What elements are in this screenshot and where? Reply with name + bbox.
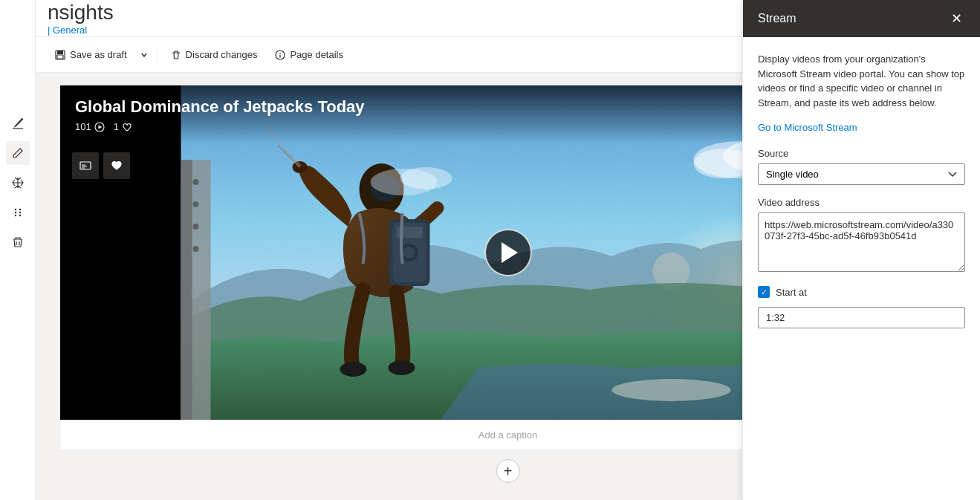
go-to-stream-link[interactable]: Go to Microsoft Stream xyxy=(758,122,965,133)
sidebar-pencil-icon[interactable] xyxy=(6,141,30,165)
site-info: nsights | General xyxy=(48,1,114,36)
views-count: 101 xyxy=(75,121,91,132)
svg-point-1 xyxy=(19,209,20,210)
heart-icon xyxy=(122,122,132,132)
discard-label: Discard changes xyxy=(186,49,258,60)
start-at-input-field xyxy=(758,307,965,328)
like-icon xyxy=(111,160,123,172)
stream-panel: Stream ✕ Display videos from your organi… xyxy=(742,0,980,500)
save-draft-label: Save as draft xyxy=(70,49,127,60)
panel-description: Display videos from your organization's … xyxy=(758,52,965,110)
toolbar-divider-1 xyxy=(157,48,158,62)
start-at-input[interactable] xyxy=(758,307,965,328)
video-address-input[interactable]: https://web.microsoftstream.com/video/a3… xyxy=(758,212,965,272)
checkmark-icon: ✓ xyxy=(761,288,768,297)
video-action-buttons xyxy=(72,152,130,179)
page-details-icon xyxy=(275,50,285,60)
video-views: 101 xyxy=(75,121,105,132)
play-icon xyxy=(502,242,518,263)
svg-point-3 xyxy=(19,212,20,213)
svg-point-13 xyxy=(280,52,282,53)
page-details-label: Page details xyxy=(290,49,343,60)
play-button[interactable] xyxy=(484,229,532,276)
add-section-button[interactable]: + xyxy=(496,459,520,483)
start-at-checkbox[interactable]: ✓ xyxy=(758,286,770,298)
sidebar-edit-icon[interactable] xyxy=(6,111,30,135)
caption-placeholder: Add a caption xyxy=(478,429,538,441)
start-at-row: ✓ Start at xyxy=(758,286,965,298)
chevron-down-icon xyxy=(140,51,148,59)
panel-body: Display videos from your organization's … xyxy=(743,37,980,500)
panel-header: Stream ✕ xyxy=(743,0,980,37)
save-group: Save as draft xyxy=(48,45,151,65)
save-icon xyxy=(55,50,65,60)
play-count-icon xyxy=(94,122,105,132)
sidebar-move-icon[interactable] xyxy=(6,171,30,195)
svg-rect-10 xyxy=(57,51,63,54)
panel-title: Stream xyxy=(758,12,796,25)
save-dropdown-button[interactable] xyxy=(137,47,151,63)
left-sidebar xyxy=(0,0,36,500)
sidebar-drag-icon[interactable] xyxy=(6,201,30,224)
panel-close-button[interactable]: ✕ xyxy=(948,7,965,30)
source-label: Source xyxy=(758,148,965,159)
video-likes: 1 xyxy=(114,121,132,132)
page-details-button[interactable]: Page details xyxy=(267,45,351,65)
save-draft-button[interactable]: Save as draft xyxy=(48,45,134,65)
video-address-label: Video address xyxy=(758,197,965,208)
source-field: Source Single video Channel Top videos xyxy=(758,148,965,197)
caption-button[interactable] xyxy=(72,152,99,179)
source-select[interactable]: Single video Channel Top videos xyxy=(758,163,965,185)
svg-point-2 xyxy=(14,212,16,213)
svg-point-4 xyxy=(14,215,16,216)
site-title: nsights xyxy=(48,1,114,25)
site-subtitle[interactable]: | General xyxy=(48,25,114,36)
start-at-label: Start at xyxy=(776,287,807,298)
caption-icon xyxy=(79,160,91,172)
likes-count: 1 xyxy=(114,121,119,132)
like-button[interactable] xyxy=(103,152,130,179)
video-address-field: Video address https://web.microsoftstrea… xyxy=(758,197,965,286)
sidebar-delete-icon[interactable] xyxy=(6,230,30,254)
svg-point-5 xyxy=(19,215,20,216)
discard-button[interactable]: Discard changes xyxy=(163,45,265,65)
discard-icon xyxy=(171,50,181,60)
svg-point-0 xyxy=(14,209,16,210)
svg-rect-11 xyxy=(57,55,63,59)
